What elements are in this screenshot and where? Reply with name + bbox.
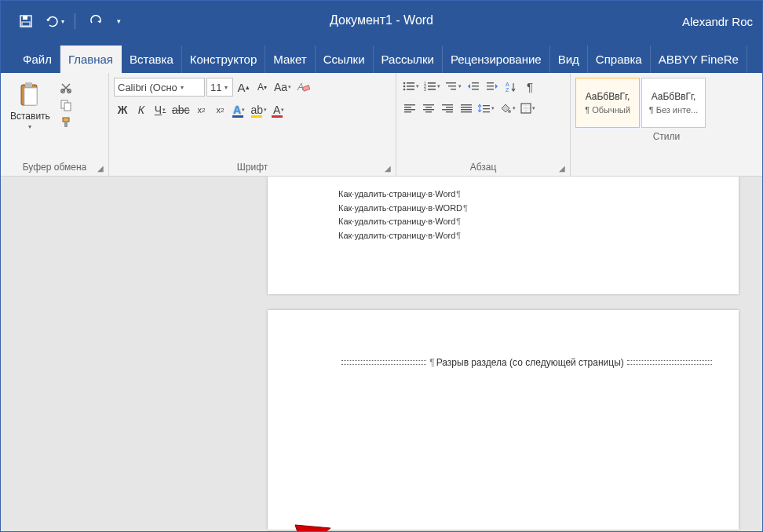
tab-view[interactable]: Вид (550, 46, 588, 73)
eraser-icon: A (296, 81, 310, 93)
save-icon (19, 14, 33, 28)
multilevel-button[interactable]: ▾ (444, 78, 463, 95)
numbering-button[interactable]: 123▾ (422, 78, 442, 95)
text-effects-button[interactable]: A▾ (231, 101, 248, 118)
svg-rect-25 (428, 89, 436, 90)
tab-layout[interactable]: Макет (265, 46, 315, 73)
group-font-label: Шрифт◢ (109, 160, 396, 176)
undo-button[interactable]: ▾ (42, 9, 67, 34)
line-spacing-button[interactable]: ▾ (476, 100, 496, 117)
svg-rect-1 (23, 16, 27, 20)
document-area[interactable]: Как·удалить·страницу·в·Word Как·удалить·… (1, 177, 762, 532)
svg-rect-27 (448, 86, 456, 86)
clear-format-button[interactable]: A (294, 78, 312, 96)
scissors-icon (60, 82, 72, 94)
group-clipboard-label: Буфер обмена◢ (1, 160, 108, 176)
font-name-combo[interactable]: Calibri (Осно▾ (114, 78, 205, 97)
sort-button[interactable]: AZ (502, 78, 520, 95)
svg-text:3: 3 (424, 87, 426, 92)
format-painter-button[interactable] (58, 115, 74, 129)
paste-button[interactable]: Вставить ▾ (5, 78, 55, 133)
style-no-spacing[interactable]: АаБбВвГг, ¶ Без инте... (641, 78, 706, 128)
indent-icon (486, 81, 498, 92)
svg-rect-28 (451, 89, 456, 89)
svg-rect-21 (428, 82, 436, 84)
group-paragraph-label: Абзац◢ (396, 160, 570, 176)
document-page-1[interactable]: Как·удалить·страницу·в·Word Как·удалить·… (268, 177, 739, 294)
align-center-icon (423, 104, 434, 113)
shading-button[interactable]: ▾ (498, 100, 517, 117)
shrink-font-button[interactable]: A▾ (254, 78, 271, 96)
bullets-button[interactable]: ▾ (401, 78, 421, 95)
undo-icon (44, 15, 60, 27)
group-paragraph: ▾ 123▾ ▾ AZ ¶ ▾ ▾ ▾ А (396, 73, 571, 176)
user-name[interactable]: Alexandr Roc (682, 15, 753, 28)
svg-rect-33 (487, 86, 494, 86)
svg-point-18 (403, 89, 406, 91)
underline-button[interactable]: Ч▾ (152, 101, 169, 118)
borders-button[interactable]: ▾ (519, 100, 537, 117)
style-normal[interactable]: АаБбВвГг, ¶ Обычный (575, 78, 640, 128)
highlight-button[interactable]: ab▾ (250, 101, 269, 118)
document-page-2[interactable]: ¶Разрыв раздела (со следующей страницы) (268, 310, 739, 530)
svg-rect-4 (24, 88, 37, 105)
bold-button[interactable]: Ж (114, 101, 131, 118)
text-line[interactable]: Как·удалить·страницу·в·Word (338, 215, 676, 229)
quick-access-toolbar: ▾ ▾ (1, 9, 126, 34)
svg-point-14 (403, 82, 406, 85)
italic-button[interactable]: К (133, 101, 150, 118)
decrease-indent-button[interactable] (465, 78, 482, 95)
superscript-button[interactable]: x2 (212, 101, 229, 118)
show-marks-button[interactable]: ¶ (521, 78, 538, 95)
svg-rect-32 (487, 82, 494, 83)
svg-rect-41 (423, 104, 434, 105)
grow-font-button[interactable]: A▴ (235, 78, 252, 96)
change-case-button[interactable]: Aa▾ (272, 78, 293, 96)
tab-file[interactable]: Файл (15, 46, 60, 73)
tab-abbyy[interactable]: ABBYY FineRe (651, 46, 747, 73)
font-size-combo[interactable]: 11▾ (206, 78, 233, 97)
ribbon: Вставить ▾ Буфер обмена◢ Calibri (Осно▾ … (1, 73, 762, 177)
paragraph-launcher[interactable]: ◢ (559, 164, 565, 173)
text-line[interactable]: Как·удалить·страницу·в·Word (338, 229, 676, 243)
svg-rect-38 (404, 107, 411, 107)
copy-button[interactable] (58, 98, 74, 112)
clipboard-launcher[interactable]: ◢ (97, 164, 104, 173)
tab-design[interactable]: Конструктор (182, 46, 266, 73)
section-break-marker[interactable]: ¶Разрыв раздела (со следующей страницы) (338, 357, 715, 368)
redo-button[interactable] (83, 9, 108, 34)
svg-rect-39 (404, 109, 415, 110)
borders-icon (520, 103, 531, 114)
svg-rect-29 (472, 82, 479, 83)
font-launcher[interactable]: ◢ (385, 164, 391, 173)
align-right-button[interactable] (439, 100, 456, 117)
title-bar: ▾ ▾ Документ1 - Word Alexandr Roc (1, 1, 762, 42)
tab-references[interactable]: Ссылки (316, 46, 374, 73)
qat-customize-button[interactable]: ▾ (111, 9, 126, 34)
strike-button[interactable]: abc (170, 101, 192, 118)
increase-indent-button[interactable] (484, 78, 501, 95)
tab-insert[interactable]: Вставка (122, 46, 182, 73)
svg-rect-49 (461, 104, 472, 105)
tab-home[interactable]: Главная (60, 46, 122, 73)
tab-review[interactable]: Рецензирование (443, 46, 550, 73)
text-line[interactable]: Как·удалить·страницу·в·WORD (338, 202, 676, 216)
tab-help[interactable]: Справка (588, 46, 651, 73)
font-color-button[interactable]: A▾ (270, 101, 287, 118)
multilevel-icon (445, 81, 458, 92)
cut-button[interactable] (58, 81, 74, 95)
tab-mailings[interactable]: Рассылки (374, 46, 443, 73)
bullets-icon (403, 81, 415, 92)
align-left-button[interactable] (401, 100, 418, 117)
subscript-button[interactable]: x2 (193, 101, 210, 118)
svg-rect-48 (446, 111, 453, 112)
text-line[interactable]: Как·удалить·страницу·в·Word (338, 188, 676, 202)
svg-rect-2 (22, 22, 30, 26)
align-center-button[interactable] (420, 100, 437, 117)
outdent-icon (467, 81, 480, 92)
save-button[interactable] (13, 9, 38, 34)
ribbon-tabs: Файл Главная Вставка Конструктор Макет С… (1, 42, 762, 73)
svg-rect-9 (64, 103, 71, 111)
svg-text:Z: Z (506, 87, 509, 92)
justify-button[interactable] (458, 100, 475, 117)
